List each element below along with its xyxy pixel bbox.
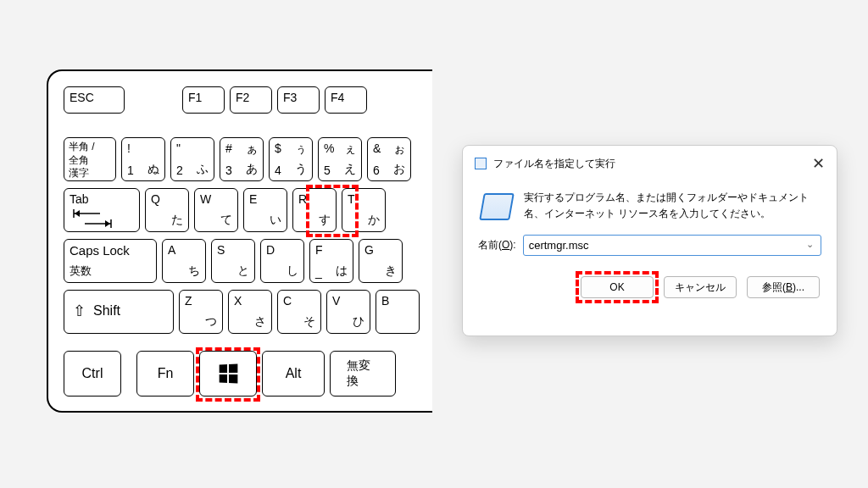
dialog-body: 実行するプログラム名、または開くフォルダーやドキュメント名、インターネット リソ… (463, 181, 837, 221)
button-row: OK キャンセル 参照(B)... (463, 256, 837, 298)
run-dialog: ファイル名を指定して実行 ✕ 実行するプログラム名、または開くフォルダーやドキュ… (462, 145, 837, 336)
key-ctrl[interactable]: Ctrl (64, 351, 121, 396)
key-b[interactable]: B (376, 290, 420, 334)
run-icon (475, 158, 487, 169)
key-z[interactable]: Zつ (179, 290, 223, 334)
key-muhenkan[interactable]: 無変換 (330, 351, 396, 396)
svg-marker-2 (75, 210, 80, 217)
key-2[interactable]: "2ふ (170, 137, 214, 181)
key-d[interactable]: Dし (260, 239, 304, 283)
cancel-button[interactable]: キャンセル (664, 276, 737, 298)
key-capslock[interactable]: Caps Lock 英数 (64, 239, 157, 283)
key-shift[interactable]: ⇧ Shift (64, 290, 174, 334)
name-value: certmgr.msc (529, 239, 589, 252)
chevron-down-icon[interactable]: ⌄ (806, 239, 814, 250)
key-4[interactable]: $ぅ4う (269, 137, 313, 181)
svg-marker-4 (105, 220, 110, 227)
key-6[interactable]: &ぉ6お (367, 137, 411, 181)
key-3[interactable]: #ぁ3あ (220, 137, 264, 181)
key-alt[interactable]: Alt (262, 351, 325, 396)
key-f3[interactable]: F3 (277, 86, 320, 114)
key-t[interactable]: Tか (342, 188, 386, 232)
key-f1[interactable]: F1 (182, 86, 225, 114)
asdf-row: Caps Lock 英数 Aち Sと Dし F_は Gき (64, 239, 408, 283)
key-tab[interactable]: Tab (64, 188, 140, 232)
key-fn[interactable]: Fn (136, 351, 194, 396)
key-1[interactable]: !1ぬ (121, 137, 165, 181)
number-row: 半角 / 全角 漢字 !1ぬ "2ふ #ぁ3あ $ぅ4う %ぇ5え &ぉ6お (64, 137, 416, 181)
bottom-row: Ctrl Fn Alt 無変換 (64, 351, 401, 396)
key-x[interactable]: Xさ (228, 290, 272, 334)
key-f4[interactable]: F4 (325, 86, 367, 114)
dialog-description: 実行するプログラム名、または開くフォルダーやドキュメント名、インターネット リソ… (524, 186, 821, 221)
shift-arrow-icon: ⇧ (73, 302, 86, 320)
key-v[interactable]: Vひ (326, 290, 370, 334)
key-a[interactable]: Aち (162, 239, 206, 283)
key-r[interactable]: Rす (292, 188, 337, 232)
titlebar: ファイル名を指定して実行 ✕ (463, 146, 837, 181)
key-windows[interactable] (199, 351, 257, 396)
key-5[interactable]: %ぇ5え (318, 137, 362, 181)
key-label: ESC (70, 91, 94, 104)
key-g[interactable]: Gき (359, 239, 403, 283)
key-f2[interactable]: F2 (230, 86, 272, 114)
ok-button[interactable]: OK (581, 276, 654, 298)
key-c[interactable]: Cそ (277, 290, 321, 334)
key-e[interactable]: Eい (243, 188, 287, 232)
key-f[interactable]: F_は (309, 239, 353, 283)
dialog-title: ファイル名を指定して実行 (493, 157, 812, 171)
tab-arrows-icon (73, 209, 114, 228)
key-w[interactable]: Wて (194, 188, 238, 232)
name-label: 名前(O): (478, 238, 516, 252)
browse-button[interactable]: 参照(B)... (747, 276, 820, 298)
fn-row: ESC F1 F2 F3 F4 (64, 86, 372, 114)
name-row: 名前(O): certmgr.msc ⌄ (463, 221, 837, 256)
key-hankaku[interactable]: 半角 / 全角 漢字 (64, 137, 116, 181)
run-large-icon (479, 193, 515, 220)
qwerty-row: Tab Qた Wて Eい Rす Tか (64, 188, 391, 232)
key-q[interactable]: Qた (145, 188, 189, 232)
keyboard: ESC F1 F2 F3 F4 半角 / 全角 漢字 !1ぬ "2ふ #ぁ3あ … (47, 69, 432, 413)
key-s[interactable]: Sと (211, 239, 255, 283)
name-input[interactable]: certmgr.msc ⌄ (523, 235, 821, 256)
close-icon[interactable]: ✕ (812, 154, 825, 173)
windows-logo-icon (220, 363, 238, 383)
zxcv-row: ⇧ Shift Zつ Xさ Cそ Vひ B (64, 290, 425, 334)
key-esc[interactable]: ESC (64, 86, 125, 114)
